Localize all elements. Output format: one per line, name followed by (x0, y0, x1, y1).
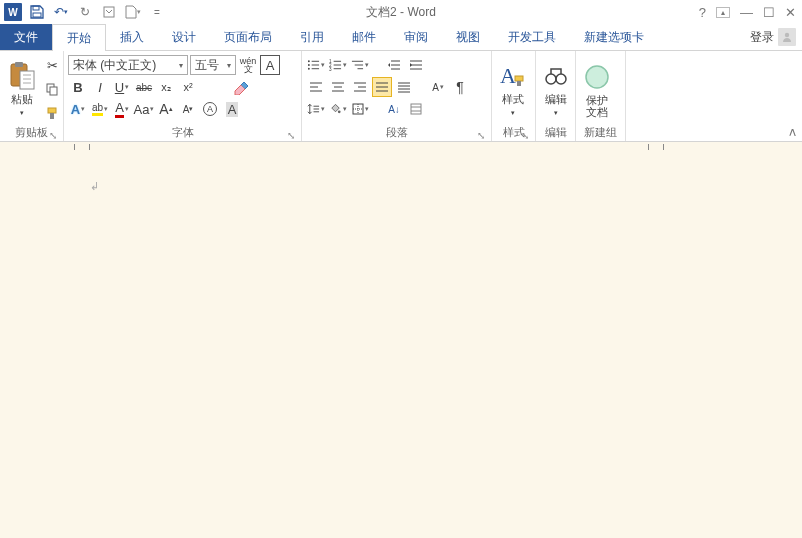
line-spacing-icon[interactable]: ▾ (306, 99, 326, 119)
group-font: 宋体 (中文正文)▾ 五号▾ wén文 A B I U▾ abc x₂ x² A… (64, 51, 302, 141)
clear-format-icon[interactable] (230, 77, 250, 97)
svg-rect-12 (48, 108, 56, 113)
binoculars-icon (544, 59, 568, 93)
group-label: 段落 (386, 126, 408, 138)
paste-icon (8, 59, 36, 93)
svg-rect-11 (50, 87, 57, 95)
underline-icon[interactable]: U▾ (112, 77, 132, 97)
ribbon: 粘贴▾ ✂ 剪贴板⤡ 宋体 (中文正文)▾ 五号▾ wén文 A B I U▾ … (0, 50, 802, 142)
collapse-ribbon-icon[interactable]: ᴧ (789, 125, 796, 139)
protect-icon (584, 60, 610, 94)
svg-rect-58 (411, 104, 421, 114)
decrease-indent-icon[interactable] (384, 55, 404, 75)
svg-rect-5 (15, 62, 23, 67)
window-title: 文档2 - Word (366, 4, 436, 21)
minimize-icon[interactable]: — (740, 5, 753, 20)
align-distribute-icon[interactable] (394, 77, 414, 97)
sign-in-label: 登录 (750, 29, 774, 46)
quick-access-toolbar: W ↶▾ ↻ ▾ = (0, 3, 166, 21)
group-editing: 编辑▾ 编辑 (536, 51, 576, 141)
window-controls: ? ▴ — ☐ ✕ (699, 5, 796, 20)
dialog-launcher-icon[interactable]: ⤡ (477, 130, 485, 141)
tab-view[interactable]: 视图 (442, 24, 494, 50)
char-border-icon[interactable]: A (260, 55, 280, 75)
align-left-icon[interactable] (306, 77, 326, 97)
tab-home[interactable]: 开始 (52, 24, 106, 51)
copy-icon[interactable] (42, 79, 62, 99)
snap-to-grid-icon[interactable] (406, 99, 426, 119)
show-marks-icon[interactable]: ¶ (450, 77, 470, 97)
svg-point-14 (308, 60, 310, 62)
paste-button[interactable]: 粘贴▾ (4, 53, 40, 125)
shading-icon[interactable]: ▾ (328, 99, 348, 119)
strikethrough-icon[interactable]: abc (134, 77, 154, 97)
svg-point-66 (586, 66, 608, 88)
group-label: 剪贴板 (15, 126, 48, 138)
tab-new[interactable]: 新建选项卡 (570, 24, 658, 50)
svg-rect-13 (50, 113, 54, 119)
phonetic-guide-icon[interactable]: wén文 (238, 55, 258, 75)
grow-font-icon[interactable]: A▴ (156, 99, 176, 119)
close-icon[interactable]: ✕ (785, 5, 796, 20)
borders-icon[interactable]: ▾ (350, 99, 370, 119)
document-area[interactable]: ↲ (0, 142, 802, 538)
dialog-launcher-icon[interactable]: ⤡ (287, 130, 295, 141)
subscript-icon[interactable]: x₂ (156, 77, 176, 97)
sort-icon[interactable]: A↓ (384, 99, 404, 119)
undo-icon[interactable]: ↶▾ (52, 3, 70, 21)
tab-layout[interactable]: 页面布局 (210, 24, 286, 50)
numbering-icon[interactable]: 123▾ (328, 55, 348, 75)
align-right-icon[interactable] (350, 77, 370, 97)
enclosed-char-icon[interactable]: A (200, 99, 220, 119)
group-label: 编辑 (540, 125, 571, 141)
svg-text:3: 3 (329, 67, 332, 71)
align-center-icon[interactable] (328, 77, 348, 97)
sign-in[interactable]: 登录 (750, 24, 796, 50)
save-icon[interactable] (28, 3, 46, 21)
shrink-font-icon[interactable]: A▾ (178, 99, 198, 119)
tab-mailings[interactable]: 邮件 (338, 24, 390, 50)
tab-references[interactable]: 引用 (286, 24, 338, 50)
text-effects-icon[interactable]: A▾ (68, 99, 88, 119)
qat-customize-icon[interactable]: = (148, 3, 166, 21)
tab-developer[interactable]: 开发工具 (494, 24, 570, 50)
new-doc-icon[interactable]: ▾ (124, 3, 142, 21)
font-size-select[interactable]: 五号▾ (190, 55, 236, 75)
font-name-select[interactable]: 宋体 (中文正文)▾ (68, 55, 188, 75)
user-avatar-icon (778, 28, 796, 46)
bullets-icon[interactable]: ▾ (306, 55, 326, 75)
multilevel-list-icon[interactable]: ▾ (350, 55, 370, 75)
svg-point-63 (546, 74, 556, 84)
title-bar: W ↶▾ ↻ ▾ = 文档2 - Word ? ▴ — ☐ ✕ (0, 0, 802, 24)
tab-file[interactable]: 文件 (0, 24, 52, 50)
svg-point-16 (308, 64, 310, 66)
format-painter-icon[interactable] (42, 103, 62, 123)
dialog-launcher-icon[interactable]: ⤡ (521, 130, 529, 141)
tab-design[interactable]: 设计 (158, 24, 210, 50)
ribbon-display-icon[interactable]: ▴ (716, 7, 730, 18)
cut-icon[interactable]: ✂ (42, 55, 62, 75)
group-new: 保护 文档 新建组 (576, 51, 626, 141)
tab-review[interactable]: 审阅 (390, 24, 442, 50)
group-styles: A 样式▾ 样式⤡ (492, 51, 536, 141)
help-icon[interactable]: ? (699, 5, 706, 20)
group-paragraph: ▾ 123▾ ▾ A▾ ¶ ▾ ▾ ▾ (302, 51, 492, 141)
repeat-icon[interactable] (100, 3, 118, 21)
increase-indent-icon[interactable] (406, 55, 426, 75)
find-button[interactable]: 编辑▾ (540, 53, 572, 125)
maximize-icon[interactable]: ☐ (763, 5, 775, 20)
tab-insert[interactable]: 插入 (106, 24, 158, 50)
bold-icon[interactable]: B (68, 77, 88, 97)
char-shading-icon[interactable]: A (222, 99, 242, 119)
font-color-icon[interactable]: A▾ (112, 99, 132, 119)
protect-document-button[interactable]: 保护 文档 (580, 53, 614, 125)
highlight-icon[interactable]: ab▾ (90, 99, 110, 119)
dialog-launcher-icon[interactable]: ⤡ (49, 130, 57, 141)
change-case-icon[interactable]: Aa▾ (134, 99, 154, 119)
italic-icon[interactable]: I (90, 77, 110, 97)
align-justify-icon[interactable] (372, 77, 392, 97)
styles-button[interactable]: A 样式▾ (496, 53, 530, 125)
redo-icon[interactable]: ↻ (76, 3, 94, 21)
text-direction-icon[interactable]: A▾ (428, 77, 448, 97)
superscript-icon[interactable]: x² (178, 77, 198, 97)
